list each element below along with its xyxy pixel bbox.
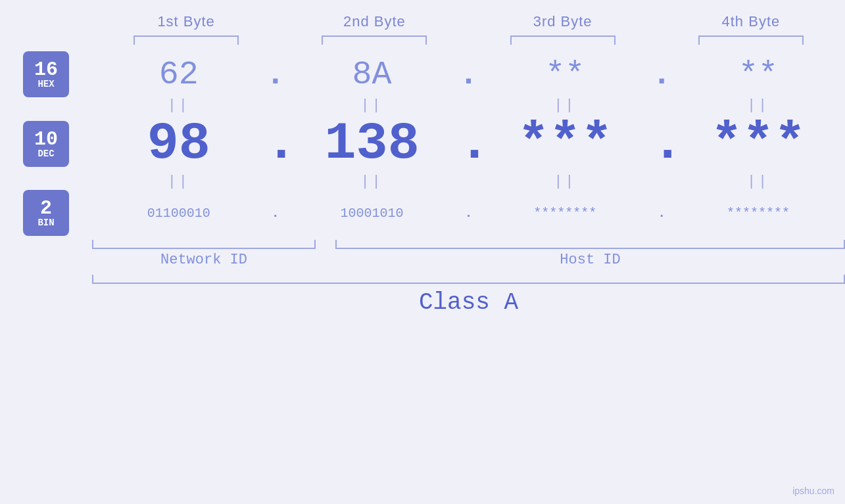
bin-b3: ******** xyxy=(479,206,652,221)
bottom-brackets-area: Network ID Host ID xyxy=(0,240,845,268)
eq1-b1: || xyxy=(92,97,266,114)
bin-dot-1: . xyxy=(266,206,285,221)
hex-badge-col: 16 HEX xyxy=(0,51,92,97)
main-container: 1st Byte 2nd Byte 3rd Byte 4th Byte 16 H… xyxy=(0,0,845,504)
col-header-3: 3rd Byte xyxy=(469,13,657,30)
eq1-b4: || xyxy=(671,97,845,114)
hex-dot-2: . xyxy=(459,56,479,93)
hex-row: 16 HEX 62 . 8A . ** . ** xyxy=(0,51,845,97)
eq2-b2: || xyxy=(285,173,459,190)
host-id-label: Host ID xyxy=(560,252,620,268)
dec-dot-1: . xyxy=(266,114,285,173)
host-id-bracket xyxy=(335,240,845,249)
network-id-bracket-group: Network ID xyxy=(92,240,316,268)
hex-badge-label: HEX xyxy=(37,80,54,89)
bracket-top-3 xyxy=(469,35,657,45)
eq2-b3: || xyxy=(479,173,652,190)
equals-row-2: || || || || xyxy=(0,173,845,190)
bin-b1: 01100010 xyxy=(92,206,266,221)
bin-data: 01100010 . 10001010 . ******** . *******… xyxy=(92,206,845,221)
dec-b3: *** xyxy=(479,114,652,173)
dec-b4: *** xyxy=(671,114,845,173)
equals-row-1: || || || || xyxy=(0,97,845,114)
network-id-label: Network ID xyxy=(160,252,247,268)
bin-badge-col: 2 BIN xyxy=(0,190,92,236)
bin-dot-2: . xyxy=(459,206,479,221)
bin-b4: ******** xyxy=(671,206,845,221)
dec-b2: 138 xyxy=(285,114,459,173)
bin-row: 2 BIN 01100010 . 10001010 . ******** . *… xyxy=(0,190,845,236)
bin-dot-3: . xyxy=(652,206,671,221)
hex-data: 62 . 8A . ** . ** xyxy=(92,56,845,93)
bin-badge: 2 BIN xyxy=(23,190,69,236)
dec-badge-col: 10 DEC xyxy=(0,121,92,167)
hex-b3: ** xyxy=(479,56,652,93)
hex-badge-num: 16 xyxy=(34,60,58,80)
watermark: ipshu.com xyxy=(792,486,834,496)
dec-badge: 10 DEC xyxy=(23,121,69,167)
eq1-b2: || xyxy=(285,97,459,114)
dec-badge-num: 10 xyxy=(34,129,58,149)
host-id-bracket-group: Host ID xyxy=(335,240,845,268)
bracket-top-2 xyxy=(280,35,468,45)
network-id-bracket xyxy=(92,240,316,249)
bin-badge-label: BIN xyxy=(37,218,54,227)
hex-b1: 62 xyxy=(92,56,266,93)
col-header-1: 1st Byte xyxy=(92,13,280,30)
hex-badge: 16 HEX xyxy=(23,51,69,97)
dec-dot-3: . xyxy=(652,114,671,173)
dec-row: 10 DEC 98 . 138 . *** . *** xyxy=(0,114,845,173)
hex-dot-3: . xyxy=(652,56,671,93)
class-row: Class A xyxy=(0,275,845,316)
bracket-top-1 xyxy=(92,35,280,45)
col-header-2: 2nd Byte xyxy=(280,13,468,30)
col-header-4: 4th Byte xyxy=(657,13,845,30)
bin-badge-num: 2 xyxy=(40,198,52,218)
bracket-top-4 xyxy=(657,35,845,45)
top-brackets xyxy=(0,35,845,45)
hex-b2: 8A xyxy=(285,56,459,93)
dec-badge-label: DEC xyxy=(37,149,54,158)
dec-data: 98 . 138 . *** . *** xyxy=(92,114,845,173)
eq2-b4: || xyxy=(671,173,845,190)
column-headers: 1st Byte 2nd Byte 3rd Byte 4th Byte xyxy=(0,13,845,30)
hex-b4: ** xyxy=(671,56,845,93)
eq1-b3: || xyxy=(479,97,652,114)
class-bracket xyxy=(92,275,845,284)
eq2-b1: || xyxy=(92,173,266,190)
dec-dot-2: . xyxy=(459,114,479,173)
hex-dot-1: . xyxy=(266,56,285,93)
class-label: Class A xyxy=(92,289,845,316)
dec-b1: 98 xyxy=(92,114,266,173)
bin-b2: 10001010 xyxy=(285,206,459,221)
